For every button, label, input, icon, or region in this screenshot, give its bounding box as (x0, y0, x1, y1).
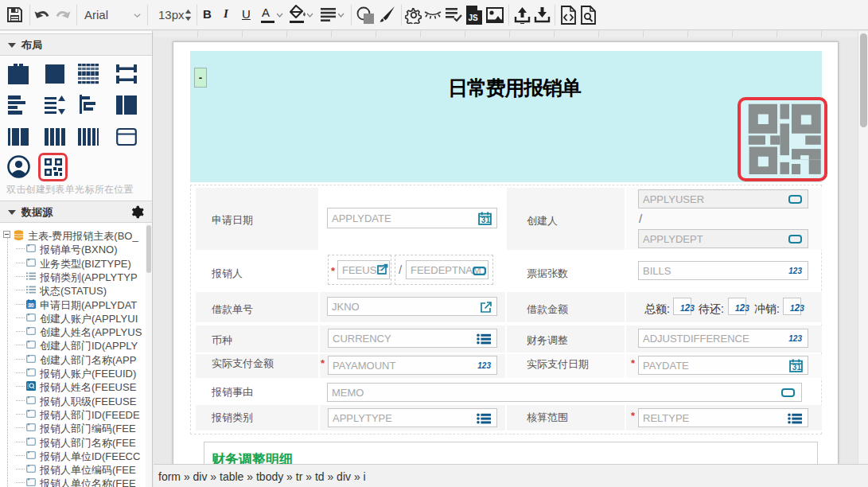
svg-text:30: 30 (28, 302, 34, 308)
svg-text:31: 31 (792, 363, 802, 372)
svg-text:JS: JS (469, 14, 479, 22)
svg-text:31: 31 (481, 216, 491, 224)
